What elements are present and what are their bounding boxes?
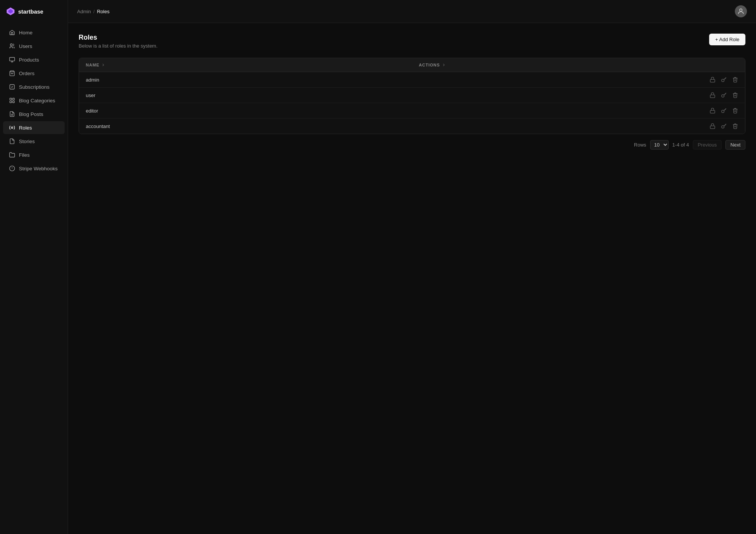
blog-categories-icon <box>9 97 15 103</box>
avatar[interactable] <box>735 5 747 17</box>
key-icon[interactable] <box>721 92 727 98</box>
col-header-actions: ACTIONS <box>412 58 745 72</box>
cell-actions <box>412 119 745 134</box>
sidebar-item-label: Blog Posts <box>19 111 43 117</box>
svg-rect-23 <box>710 126 715 128</box>
lock-icon[interactable] <box>710 108 716 114</box>
blog-posts-icon <box>9 111 15 117</box>
next-button[interactable]: Next <box>725 140 745 150</box>
sidebar-item-stripe-webhooks[interactable]: Stripe Webhooks <box>3 162 65 175</box>
table-row: accountant <box>79 119 745 134</box>
lock-icon[interactable] <box>710 92 716 98</box>
page-title: Roles <box>79 34 158 42</box>
sidebar-item-label: Users <box>19 43 32 49</box>
files-icon <box>9 152 15 158</box>
lock-icon[interactable] <box>710 123 716 129</box>
cell-name: admin <box>79 72 412 88</box>
svg-rect-19 <box>710 95 715 97</box>
roles-table: NAME ACTIONS admin <box>79 58 745 134</box>
breadcrumb-current: Roles <box>97 9 109 14</box>
roles-table-wrapper: NAME ACTIONS admin <box>79 58 745 134</box>
table-row: user <box>79 88 745 103</box>
sidebar-item-blog-posts[interactable]: Blog Posts <box>3 108 65 120</box>
sidebar-item-subscriptions[interactable]: Subscriptions <box>3 80 65 93</box>
cell-name: editor <box>79 103 412 119</box>
app-name: startbase <box>18 8 43 15</box>
pagination: Rows 10 25 50 1-4 of 4 Previous Next <box>79 140 745 150</box>
svg-rect-7 <box>12 98 14 100</box>
key-icon[interactable] <box>721 77 727 83</box>
rows-per-page-select[interactable]: 10 25 50 <box>650 140 669 150</box>
sidebar-item-label: Orders <box>19 71 34 76</box>
previous-button[interactable]: Previous <box>693 140 722 150</box>
sidebar-item-blog-categories[interactable]: Blog Categories <box>3 94 65 107</box>
svg-rect-21 <box>710 110 715 113</box>
delete-icon[interactable] <box>732 123 738 129</box>
breadcrumb: Admin / Roles <box>77 9 110 14</box>
cell-name: accountant <box>79 119 412 134</box>
delete-icon[interactable] <box>732 92 738 98</box>
key-icon[interactable] <box>721 108 727 114</box>
page-title-group: Roles Below is a list of roles in the sy… <box>79 34 158 49</box>
sidebar-item-label: Blog Categories <box>19 98 55 103</box>
page-info: 1-4 of 4 <box>672 142 689 148</box>
stripe-webhooks-icon <box>9 165 15 171</box>
app-logo[interactable]: startbase <box>0 0 68 23</box>
sidebar-item-label: Home <box>19 30 33 35</box>
sidebar-item-users[interactable]: Users <box>3 40 65 52</box>
sidebar-item-label: Files <box>19 152 30 158</box>
subscriptions-icon <box>9 84 15 90</box>
table-head: NAME ACTIONS <box>79 58 745 72</box>
cell-name: user <box>79 88 412 103</box>
sidebar-item-home[interactable]: Home <box>3 26 65 39</box>
page-content: Roles Below is a list of roles in the sy… <box>68 23 756 534</box>
sidebar-item-label: Subscriptions <box>19 84 50 90</box>
sidebar: startbase Home Users Products Orders Sub… <box>0 0 68 534</box>
delete-icon[interactable] <box>732 108 738 114</box>
svg-rect-6 <box>10 98 12 100</box>
table-body: admin <box>79 72 745 134</box>
key-icon[interactable] <box>721 123 727 129</box>
sidebar-nav: Home Users Products Orders Subscriptions… <box>0 23 68 178</box>
svg-rect-8 <box>10 101 12 103</box>
svg-rect-3 <box>9 57 14 61</box>
page-header: Roles Below is a list of roles in the sy… <box>79 34 745 49</box>
delete-icon[interactable] <box>732 77 738 83</box>
sidebar-item-stories[interactable]: Stories <box>3 135 65 148</box>
main-content: Admin / Roles Roles Below is a list of r… <box>68 0 756 534</box>
table-row: admin <box>79 72 745 88</box>
name-sort-icon[interactable] <box>101 63 105 67</box>
table-row: editor <box>79 103 745 119</box>
stories-icon <box>9 138 15 144</box>
svg-point-12 <box>11 127 13 128</box>
svg-rect-9 <box>12 101 14 103</box>
svg-point-2 <box>10 44 12 46</box>
topbar: Admin / Roles <box>68 0 756 23</box>
sidebar-item-orders[interactable]: Orders <box>3 67 65 80</box>
roles-icon <box>9 125 15 131</box>
cell-actions <box>412 72 745 88</box>
page-subtitle: Below is a list of roles in the system. <box>79 43 158 49</box>
cell-actions <box>412 88 745 103</box>
avatar-icon <box>737 8 745 15</box>
sidebar-item-products[interactable]: Products <box>3 53 65 66</box>
sidebar-item-roles[interactable]: Roles <box>3 121 65 134</box>
orders-icon <box>9 70 15 76</box>
sidebar-item-files[interactable]: Files <box>3 148 65 161</box>
breadcrumb-parent: Admin <box>77 9 91 14</box>
add-role-button[interactable]: + Add Role <box>709 34 745 45</box>
actions-sort-icon[interactable] <box>442 63 446 67</box>
col-header-name: NAME <box>79 58 412 72</box>
sidebar-item-label: Roles <box>19 125 32 131</box>
svg-point-16 <box>740 9 742 11</box>
products-icon <box>9 57 15 63</box>
home-icon <box>9 29 15 35</box>
lock-icon[interactable] <box>710 77 716 83</box>
users-icon <box>9 43 15 49</box>
sidebar-item-label: Stories <box>19 139 35 144</box>
breadcrumb-separator: / <box>93 9 95 14</box>
sidebar-item-label: Stripe Webhooks <box>19 166 58 171</box>
svg-rect-17 <box>710 79 715 82</box>
rows-label: Rows <box>634 142 646 148</box>
cell-actions <box>412 103 745 119</box>
